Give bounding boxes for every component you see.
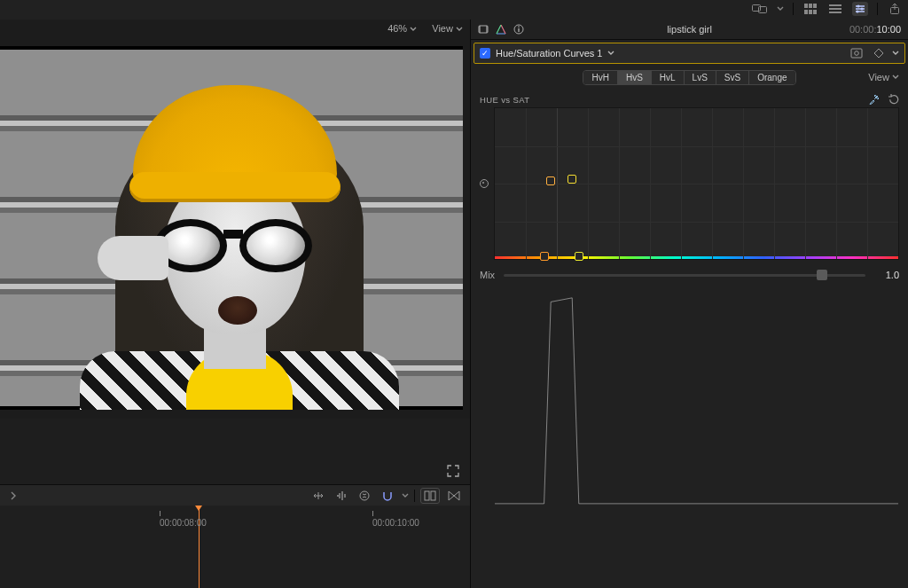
reset-icon[interactable] xyxy=(888,94,899,105)
curve-control-point[interactable] xyxy=(575,252,583,261)
viewer-lower: 00:00:08:0000:00:10:00 xyxy=(0,419,470,588)
mix-slider[interactable] xyxy=(504,274,865,277)
effect-row[interactable]: ✓ Hue/Saturation Curves 1 xyxy=(474,43,905,64)
solo-icon[interactable] xyxy=(356,489,373,503)
svg-rect-16 xyxy=(431,491,435,500)
inspector-header: lipstick girl 00:00:10:00 xyxy=(471,20,908,40)
svg-point-24 xyxy=(855,51,859,56)
audio-skimming-icon[interactable] xyxy=(333,489,350,503)
curve-type-segmented: HvHHvSHvLLvSSvSOrange xyxy=(583,70,795,85)
svg-rect-5 xyxy=(804,10,808,14)
keyframe-icon[interactable] xyxy=(871,48,887,59)
color-inspector-icon[interactable] xyxy=(496,24,506,35)
info-inspector-icon[interactable] xyxy=(513,24,524,35)
curve-tabs: HvHHvSHvLLvSSvSOrange View xyxy=(471,67,908,88)
svg-point-13 xyxy=(857,11,859,13)
skimming-icon[interactable] xyxy=(309,489,327,503)
viewer-view-menu[interactable]: View xyxy=(425,20,470,37)
curve-path xyxy=(495,108,898,512)
mask-icon[interactable] xyxy=(848,48,865,59)
clip-timecode: 00:00:10:00 xyxy=(849,24,901,35)
tab-hvs[interactable]: HvS xyxy=(618,71,652,84)
viewer-view-label: View xyxy=(432,23,453,34)
zoom-value: 46% xyxy=(387,23,407,34)
chevron-down-icon[interactable] xyxy=(607,50,614,57)
tab-svs[interactable]: SvS xyxy=(716,71,749,84)
viewer-toolbar: 46% View xyxy=(0,20,470,39)
timeline-tick: 00:00:08:00 xyxy=(160,511,207,528)
curve-control-point[interactable] xyxy=(540,252,549,261)
svg-rect-4 xyxy=(813,4,817,8)
tab-hvl[interactable]: HvL xyxy=(652,71,685,84)
separator xyxy=(793,3,794,15)
chevron-right-icon[interactable] xyxy=(9,491,18,500)
chevron-down-icon[interactable] xyxy=(777,5,784,12)
svg-rect-22 xyxy=(518,27,519,27)
chevron-down-icon xyxy=(892,74,899,81)
share-icon[interactable] xyxy=(887,2,903,16)
mix-label: Mix xyxy=(480,270,495,280)
svg-point-12 xyxy=(861,8,864,11)
dual-display-icon[interactable] xyxy=(752,2,768,16)
effect-enabled-checkbox[interactable]: ✓ xyxy=(480,48,490,59)
viewer-pane: 46% View xyxy=(0,20,470,588)
chevron-down-icon[interactable] xyxy=(892,50,899,57)
clip-title: lipstick girl xyxy=(471,24,908,35)
tab-hvh[interactable]: HvH xyxy=(583,71,617,84)
curve-title: HUE vs SAT xyxy=(480,95,529,105)
list-view-icon[interactable] xyxy=(827,2,843,16)
svg-rect-23 xyxy=(851,49,862,58)
inspector-pane: lipstick girl 00:00:10:00 ✓ Hue/Saturati… xyxy=(470,20,908,588)
effects-browser-icon[interactable] xyxy=(420,488,440,504)
svg-rect-6 xyxy=(809,10,812,14)
grid-view-icon[interactable] xyxy=(802,2,818,16)
timeline[interactable]: 00:00:08:0000:00:10:00 xyxy=(0,506,470,588)
separator xyxy=(414,490,415,502)
axis-indicator-icon[interactable] xyxy=(480,179,489,188)
sliders-panel-icon[interactable] xyxy=(852,2,868,16)
chevron-down-icon[interactable] xyxy=(402,492,409,499)
svg-rect-0 xyxy=(753,5,761,12)
curve-graph[interactable] xyxy=(494,107,899,260)
app-top-strip xyxy=(0,0,908,20)
svg-rect-10 xyxy=(829,12,841,13)
eyedropper-icon[interactable] xyxy=(869,94,880,105)
svg-rect-3 xyxy=(809,4,812,8)
effect-name: Hue/Saturation Curves 1 xyxy=(496,48,602,59)
svg-rect-7 xyxy=(813,10,817,14)
svg-rect-2 xyxy=(804,4,808,8)
video-inspector-icon[interactable] xyxy=(478,24,489,35)
svg-rect-8 xyxy=(829,4,841,6)
chevron-down-icon xyxy=(410,26,417,33)
chevron-down-icon xyxy=(456,26,463,33)
curve-control-point[interactable] xyxy=(546,176,555,185)
separator xyxy=(877,3,878,15)
svg-rect-18 xyxy=(479,26,481,33)
hue-spectrum xyxy=(495,256,898,259)
svg-rect-9 xyxy=(829,8,841,10)
transitions-browser-icon[interactable] xyxy=(445,489,463,503)
fullscreen-icon[interactable] xyxy=(447,465,459,477)
curve-control-point[interactable] xyxy=(568,175,576,184)
tab-orange[interactable]: Orange xyxy=(749,71,794,84)
inspector-view-menu[interactable]: View xyxy=(868,72,899,82)
mix-slider-thumb[interactable] xyxy=(817,270,827,280)
timeline-tick: 00:00:10:00 xyxy=(372,511,419,528)
curve-block: HUE vs SAT Mix 1.0 xyxy=(480,91,899,286)
svg-rect-1 xyxy=(759,7,767,13)
tab-lvs[interactable]: LvS xyxy=(685,71,716,84)
svg-rect-21 xyxy=(518,28,519,32)
svg-rect-15 xyxy=(425,491,429,500)
snapping-icon[interactable] xyxy=(379,489,396,503)
svg-point-11 xyxy=(857,5,860,8)
preview-image xyxy=(0,50,463,406)
zoom-menu[interactable]: 46% xyxy=(382,20,422,37)
viewer-canvas[interactable] xyxy=(0,46,463,410)
timeline-toolbar xyxy=(0,484,470,507)
svg-rect-19 xyxy=(486,26,488,33)
